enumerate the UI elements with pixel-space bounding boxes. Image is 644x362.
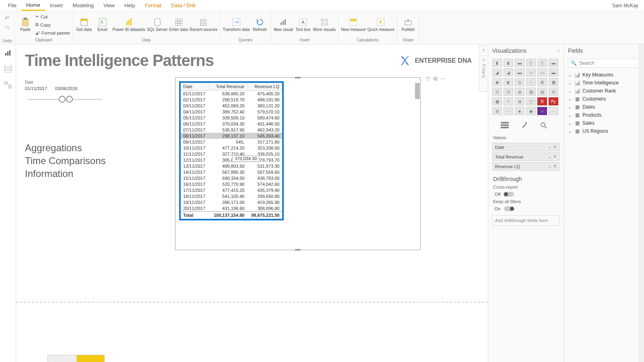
- excel-button[interactable]: XExcel: [94, 13, 111, 37]
- fields-search[interactable]: 🔍 Search: [568, 59, 640, 68]
- viz-type-button[interactable]: ▬: [549, 68, 558, 76]
- table-row[interactable]: 20/11/2017431,198.60308,896.80: [181, 205, 282, 212]
- window-scrollbar[interactable]: [638, 44, 644, 362]
- focus-icon[interactable]: ⧉: [433, 76, 437, 82]
- table-row[interactable]: 14/11/2017567,885.30597,559.60: [181, 169, 282, 175]
- field-table-item[interactable]: ⌄▦Products: [564, 111, 644, 119]
- viz-type-button[interactable]: ■: [537, 107, 547, 115]
- refresh-button[interactable]: Refresh: [252, 13, 268, 37]
- report-view-icon[interactable]: [4, 48, 12, 57]
- user-name[interactable]: Sam McKay: [612, 3, 641, 8]
- viz-type-button[interactable]: ▯: [537, 59, 547, 67]
- date-slider[interactable]: [27, 96, 102, 103]
- viz-type-button[interactable]: ▭: [537, 68, 547, 76]
- viz-type-button[interactable]: ◐: [504, 78, 513, 86]
- tab-format[interactable]: Format: [140, 1, 166, 10]
- viz-type-button[interactable]: ◉: [492, 78, 502, 86]
- recent-sources-button[interactable]: Recent sources: [190, 13, 217, 37]
- remove-icon[interactable]: ✕: [553, 164, 557, 169]
- field-well-item[interactable]: Total Revenue⌄✕: [492, 152, 559, 161]
- table-row[interactable]: 09/11/2017545, 317,271.80: [181, 139, 282, 145]
- collapse-viz-icon[interactable]: ›: [557, 47, 559, 54]
- viz-type-button[interactable]: ⋯: [549, 107, 558, 115]
- transform-data-button[interactable]: Transform data: [223, 13, 250, 37]
- viz-type-button[interactable]: ◉: [526, 107, 536, 115]
- viz-type-button[interactable]: ▯: [526, 59, 536, 67]
- viz-type-button[interactable]: ⊞: [492, 107, 502, 115]
- viz-type-button[interactable]: R: [537, 97, 547, 105]
- format-painter-button[interactable]: 🖌 Format painter: [35, 29, 70, 37]
- cut-button[interactable]: ✂ Cut: [35, 13, 70, 21]
- viz-type-button[interactable]: ▮: [492, 59, 502, 67]
- model-view-icon[interactable]: [4, 80, 12, 89]
- col-header[interactable]: Date: [181, 83, 209, 90]
- page-tab-1[interactable]: [47, 355, 76, 362]
- tab-insert[interactable]: Insert: [45, 1, 68, 10]
- table-row[interactable]: 17/11/2017477,415.20435,379.40: [181, 187, 282, 193]
- visual-scrollbar[interactable]: [415, 83, 420, 239]
- viz-type-button[interactable]: ⊡: [492, 88, 502, 96]
- remove-icon[interactable]: ✕: [553, 154, 557, 159]
- paste-button[interactable]: Paste: [17, 13, 34, 37]
- field-well-item[interactable]: Revenue LQ⌄✕: [492, 162, 559, 171]
- viz-type-button[interactable]: ⊡: [504, 88, 513, 96]
- collapse-filters-icon[interactable]: ‹: [479, 45, 488, 54]
- viz-type-button[interactable]: ▬: [515, 59, 524, 67]
- viz-type-button[interactable]: ⋯: [504, 107, 513, 115]
- remove-icon[interactable]: ✕: [553, 144, 557, 150]
- viz-type-button[interactable]: ◍: [515, 88, 524, 96]
- keep-filters-toggle[interactable]: [504, 206, 514, 211]
- format-tab-icon[interactable]: [519, 121, 529, 130]
- field-table-item[interactable]: ⌄▦Customers: [564, 95, 644, 103]
- viz-type-button[interactable]: ○: [526, 78, 536, 86]
- viz-type-button[interactable]: ⊟: [549, 88, 558, 96]
- text-box-button[interactable]: AText box: [295, 13, 312, 37]
- copy-button[interactable]: ⧉ Copy: [35, 21, 70, 29]
- table-row[interactable]: 04/11/2017389,752.40579,570.10: [181, 109, 282, 115]
- filters-pane-collapsed[interactable]: ▽ Filters: [479, 56, 488, 92]
- viz-type-button[interactable]: ▬: [549, 59, 558, 67]
- chevron-down-icon[interactable]: ⌄: [548, 164, 551, 169]
- table-row[interactable]: 01/11/2017638,885.20475,405.20: [181, 90, 282, 97]
- viz-type-button[interactable]: ◈: [515, 107, 524, 115]
- viz-type-button[interactable]: ▤: [537, 88, 547, 96]
- viz-type-button[interactable]: ▦: [492, 97, 502, 105]
- tab-home[interactable]: Home: [21, 0, 45, 11]
- viz-type-button[interactable]: ⊞: [537, 78, 547, 86]
- date-from[interactable]: 01/11/2017: [25, 86, 47, 91]
- field-table-item[interactable]: ⌄📊Key Measures: [564, 71, 644, 79]
- slider-handle-start[interactable]: [59, 96, 66, 103]
- viz-type-button[interactable]: ⌗: [504, 97, 513, 105]
- enter-data-button[interactable]: Enter data: [169, 13, 188, 37]
- page-tabs[interactable]: [47, 353, 105, 362]
- table-visual-container[interactable]: ▽ ⧉ ⋯ DateTotal RevenueRevenue LQ 01/11/…: [175, 77, 421, 250]
- date-to[interactable]: 03/06/2018: [55, 86, 77, 91]
- viz-type-button[interactable]: ▬: [515, 68, 524, 76]
- chevron-down-icon[interactable]: ⌄: [548, 144, 551, 150]
- table-row[interactable]: 15/11/2017690,334.50438,783.00: [181, 175, 282, 181]
- tab-file[interactable]: File: [3, 1, 21, 10]
- field-table-item[interactable]: ⌄📊Time Intelligence: [564, 79, 644, 87]
- chevron-down-icon[interactable]: ⌄: [548, 154, 551, 159]
- pbi-datasets-button[interactable]: Power BI datasets: [113, 13, 145, 37]
- table-row[interactable]: 13/11/2017489,803.50531,973.30: [181, 163, 282, 169]
- table-row[interactable]: 02/11/2017290,518.70498,191.90: [181, 97, 282, 103]
- viz-type-button[interactable]: ▢: [526, 97, 536, 105]
- analytics-tab-icon[interactable]: [538, 121, 549, 130]
- tab-help[interactable]: Help: [120, 1, 140, 10]
- table-row[interactable]: 16/11/2017520,770.90574,042.60: [181, 181, 282, 187]
- table-row[interactable]: 03/11/2017452,089.20380,131.20: [181, 103, 282, 109]
- field-table-item[interactable]: ⌄▦US Regions: [564, 127, 644, 135]
- field-well-item[interactable]: Date⌄✕: [492, 143, 559, 151]
- table-row[interactable]: 06/11/2017370,034.30431,446.50: [181, 121, 282, 127]
- viz-type-button[interactable]: ⊞: [515, 97, 524, 105]
- col-header[interactable]: Total Revenue: [209, 83, 247, 90]
- get-data-button[interactable]: Get data: [76, 13, 93, 37]
- col-header[interactable]: Revenue LQ: [247, 83, 282, 90]
- resize-handle-top[interactable]: [295, 77, 301, 78]
- tab-view[interactable]: View: [99, 1, 120, 10]
- undo-icon[interactable]: ↶: [4, 14, 10, 22]
- table-row[interactable]: 11/11/2017327,710.40336,025.10: [181, 151, 282, 157]
- viz-type-button[interactable]: ▤: [526, 88, 536, 96]
- data-table[interactable]: DateTotal RevenueRevenue LQ 01/11/201763…: [179, 81, 284, 220]
